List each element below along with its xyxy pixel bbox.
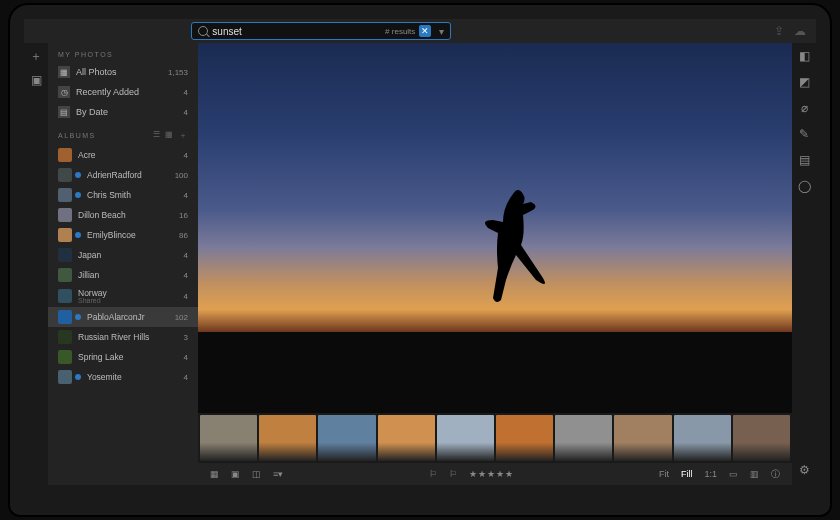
nav-icon: ▦ [58, 66, 70, 78]
gradient-icon[interactable]: ▤ [797, 153, 811, 167]
album-item[interactable]: NorwayShared4 [48, 285, 198, 307]
album-name: Jillian [78, 270, 99, 280]
album-thumb [58, 370, 72, 384]
photo-viewer[interactable] [198, 43, 792, 413]
clear-search-button[interactable]: ✕ [419, 25, 431, 37]
nav-count: 4 [184, 108, 188, 117]
filmstrip-thumb[interactable] [259, 415, 316, 461]
nav-item[interactable]: ▦All Photos1,153 [48, 62, 198, 82]
library-icon[interactable]: ▣ [29, 73, 43, 87]
shared-badge-icon [75, 232, 81, 238]
album-item[interactable]: Chris Smith4 [48, 185, 198, 205]
nav-item[interactable]: ▤By Date4 [48, 102, 198, 122]
filmstrip-thumb[interactable] [437, 415, 494, 461]
album-item[interactable]: Japan4 [48, 245, 198, 265]
brush-icon[interactable]: ✎ [797, 127, 811, 141]
album-item[interactable]: Jillian4 [48, 265, 198, 285]
heal-icon[interactable]: ⌀ [797, 101, 811, 115]
album-list: Acre4AdrienRadford100Chris Smith4Dillon … [48, 145, 198, 485]
album-thumb [58, 168, 72, 182]
filmstrip-thumb[interactable] [496, 415, 553, 461]
main-panel: ▦ ▣ ◫ ≡▾ ⚐ ⚐ ★★★★★ Fit Fill 1:1 ▭ ▥ [198, 43, 792, 485]
section-my-photos: MY PHOTOS [48, 43, 198, 62]
filmstrip-thumb[interactable] [674, 415, 731, 461]
album-thumb [58, 228, 72, 242]
album-item[interactable]: EmilyBlincoe86 [48, 225, 198, 245]
rating-stars[interactable]: ★★★★★ [465, 467, 518, 481]
view-single-button[interactable]: ▣ [227, 467, 244, 481]
album-count: 4 [184, 292, 188, 301]
search-results-count: # results [385, 27, 415, 36]
filmstrip-thumb[interactable] [200, 415, 257, 461]
album-count: 4 [184, 191, 188, 200]
nav-label: By Date [76, 107, 108, 117]
view-list-icon[interactable]: ☰ [153, 130, 162, 141]
nav-icon: ◷ [58, 86, 70, 98]
album-item[interactable]: Yosemite4 [48, 367, 198, 387]
shared-badge-icon [75, 172, 81, 178]
nav-label: All Photos [76, 67, 117, 77]
flag-reject-icon[interactable]: ⚐ [445, 467, 461, 481]
album-name: Japan [78, 250, 101, 260]
album-count: 3 [184, 333, 188, 342]
add-icon[interactable]: ＋ [29, 49, 43, 63]
ratio-button[interactable]: 1:1 [700, 467, 721, 481]
album-thumb [58, 248, 72, 262]
filmstrip-thumb[interactable] [378, 415, 435, 461]
cloud-sync-icon[interactable]: ☁ [794, 24, 806, 38]
fill-button[interactable]: Fill [677, 467, 697, 481]
album-name: Yosemite [87, 372, 122, 382]
filmstrip-thumb[interactable] [614, 415, 671, 461]
edit-icon[interactable]: ◧ [797, 49, 811, 63]
nav-label: Recently Added [76, 87, 139, 97]
histogram-icon[interactable]: ▥ [746, 467, 763, 481]
settings-icon[interactable]: ⚙ [797, 463, 811, 477]
filmstrip-thumb[interactable] [733, 415, 790, 461]
album-name: Russian River Hills [78, 332, 149, 342]
album-count: 4 [184, 373, 188, 382]
info-icon[interactable]: ⓘ [767, 466, 784, 483]
filmstrip-thumb[interactable] [555, 415, 612, 461]
album-count: 4 [184, 353, 188, 362]
search-icon [198, 26, 208, 36]
album-sublabel: Shared [78, 297, 178, 304]
album-name: Spring Lake [78, 352, 123, 362]
album-count: 102 [175, 313, 188, 322]
album-thumb [58, 188, 72, 202]
album-count: 4 [184, 151, 188, 160]
view-grid-icon[interactable]: ▦ [165, 130, 175, 141]
album-name: Dillon Beach [78, 210, 126, 220]
shared-badge-icon [75, 314, 81, 320]
album-thumb [58, 208, 72, 222]
album-thumb [58, 289, 72, 303]
share-icon[interactable]: ⇪ [774, 24, 784, 38]
add-album-icon[interactable]: ＋ [179, 130, 189, 141]
search-field[interactable]: # results ✕ ▾ [191, 22, 451, 40]
album-item[interactable]: Spring Lake4 [48, 347, 198, 367]
radial-icon[interactable]: ◯ [797, 179, 811, 193]
bottom-toolbar: ▦ ▣ ◫ ≡▾ ⚐ ⚐ ★★★★★ Fit Fill 1:1 ▭ ▥ [198, 463, 792, 485]
view-grid-button[interactable]: ▦ [206, 467, 223, 481]
search-input[interactable] [212, 26, 381, 37]
album-name: EmilyBlincoe [87, 230, 136, 240]
right-rail: ◧ ◩ ⌀ ✎ ▤ ◯ ⚙ [792, 43, 816, 485]
album-item[interactable]: AdrienRadford100 [48, 165, 198, 185]
top-bar: # results ✕ ▾ ⇪ ☁ [24, 19, 816, 43]
nav-item[interactable]: ◷Recently Added4 [48, 82, 198, 102]
album-item[interactable]: Acre4 [48, 145, 198, 165]
fit-button[interactable]: Fit [655, 467, 673, 481]
filter-icon[interactable]: ▾ [439, 26, 444, 37]
filmstrip-thumb[interactable] [318, 415, 375, 461]
filmstrip[interactable] [198, 413, 792, 463]
thumb-size-icon[interactable]: ▭ [725, 467, 742, 481]
flag-pick-icon[interactable]: ⚐ [425, 467, 441, 481]
sort-button[interactable]: ≡▾ [269, 467, 287, 481]
album-item[interactable]: Russian River Hills3 [48, 327, 198, 347]
album-count: 86 [179, 231, 188, 240]
album-item[interactable]: PabloAlarconJr102 [48, 307, 198, 327]
album-count: 100 [175, 171, 188, 180]
silhouette [483, 184, 553, 314]
view-compare-button[interactable]: ◫ [248, 467, 265, 481]
album-item[interactable]: Dillon Beach16 [48, 205, 198, 225]
crop-icon[interactable]: ◩ [797, 75, 811, 89]
